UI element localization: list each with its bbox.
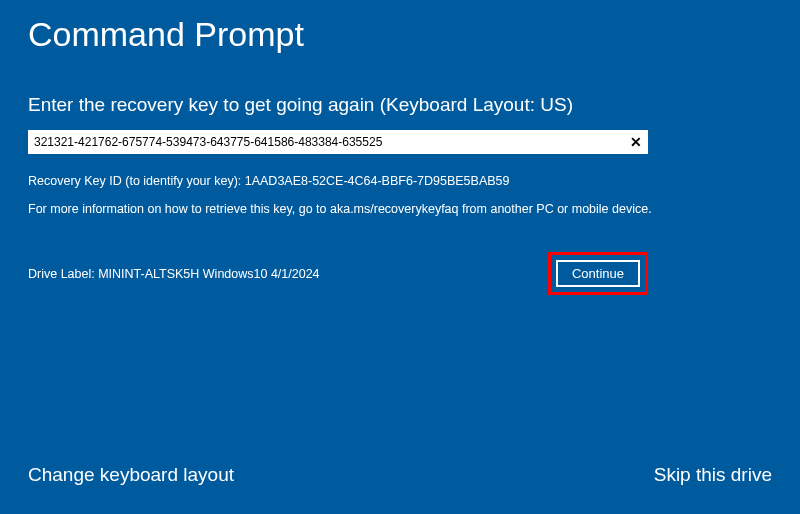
recovery-input-row: ✕ xyxy=(28,130,648,154)
instruction-text: Enter the recovery key to get going agai… xyxy=(28,94,772,116)
more-info-text: For more information on how to retrieve … xyxy=(28,202,772,216)
skip-this-drive-link[interactable]: Skip this drive xyxy=(654,464,772,486)
change-keyboard-layout-link[interactable]: Change keyboard layout xyxy=(28,464,234,486)
clear-input-button[interactable]: ✕ xyxy=(624,130,648,154)
drive-label-text: Drive Label: MININT-ALTSK5H Windows10 4/… xyxy=(28,267,320,281)
recovery-key-input[interactable] xyxy=(28,130,624,154)
recovery-key-id-text: Recovery Key ID (to identify your key): … xyxy=(28,174,772,188)
close-icon: ✕ xyxy=(630,135,642,149)
page-title: Command Prompt xyxy=(28,15,772,54)
continue-button[interactable]: Continue xyxy=(556,260,640,287)
continue-highlight: Continue xyxy=(548,252,648,295)
